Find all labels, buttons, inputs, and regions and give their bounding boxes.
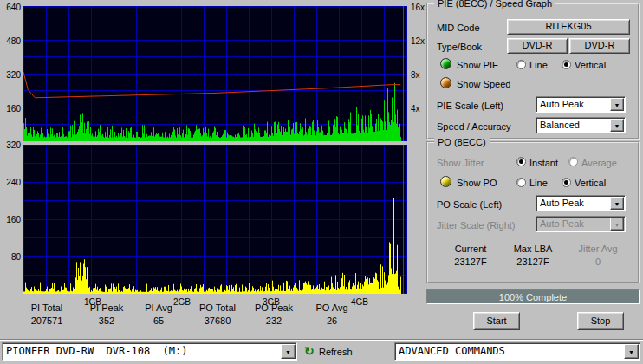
chevron-down-icon[interactable]: ▼	[610, 119, 624, 132]
chevron-down-icon[interactable]: ▼	[610, 197, 624, 210]
stat-label: PI Peak	[90, 302, 124, 313]
chevron-down-icon[interactable]: ▼	[624, 344, 639, 359]
max-lba-label: Max LBA	[503, 244, 563, 254]
po-vertical-radio[interactable]	[562, 178, 571, 187]
drive-select-value: PIONEER DVD-RW DVR-108 (M:)	[6, 345, 188, 357]
stat-pi-peak: PI Peak 352	[82, 302, 131, 326]
pie-group-title: PIE (8ECC) / Speed Graph	[434, 0, 555, 9]
stat-po-avg: PO Avg 26	[308, 302, 356, 326]
stat-label: PI Avg	[145, 302, 172, 313]
speed-ytick: 8x	[411, 70, 420, 80]
refresh-label: Refresh	[319, 347, 353, 357]
po-scale-combo[interactable]: Auto Peak ▼	[536, 195, 626, 211]
stat-po-peak: PO Peak 232	[250, 302, 298, 326]
stat-value: 352	[82, 315, 131, 326]
stat-label: PO Peak	[255, 302, 293, 313]
jitter-instant-radio[interactable]	[516, 157, 526, 166]
stop-button[interactable]: Stop	[577, 312, 624, 330]
mid-code-value: RITEKG05	[507, 19, 630, 35]
show-speed-label: Show Speed	[457, 79, 510, 89]
jitter-avg-value: 0	[565, 257, 631, 267]
pie-graph-canvas	[23, 6, 407, 141]
chevron-down-icon[interactable]: ▼	[281, 344, 296, 359]
speed-ytick: 12x	[411, 36, 425, 46]
pie-scale-value: Auto Peak	[540, 99, 584, 109]
po-scale-label: PO Scale (Left)	[437, 199, 502, 210]
speed-accuracy-combo[interactable]: Balanced ▼	[536, 117, 626, 133]
advanced-commands-value: ADVANCED COMMANDS	[399, 345, 505, 357]
mid-code-label: MID Code	[437, 23, 480, 33]
jitter-avg-label: Jitter Avg	[565, 244, 631, 254]
po-ytick: 240	[0, 178, 21, 187]
refresh-control[interactable]: ↻ Refresh	[304, 344, 365, 360]
stat-value: 207571	[23, 315, 71, 326]
po-vertical-label: Vertical	[575, 178, 606, 188]
bottom-divider	[0, 339, 643, 341]
pie-ytick: 160	[0, 104, 21, 114]
pie-vertical-radio[interactable]	[562, 60, 571, 69]
po-line-label: Line	[529, 178, 548, 188]
current-label: Current	[440, 244, 501, 254]
type-book-label: Type/Book	[437, 42, 482, 52]
stat-value: 65	[134, 315, 183, 326]
drive-select-combo[interactable]: PIONEER DVD-RW DVR-108 (M:) ▼	[2, 342, 297, 361]
speed-ytick: 4x	[411, 104, 420, 114]
stat-po-total: PO Total 37680	[193, 302, 242, 326]
pie-ytick: 480	[0, 36, 21, 46]
stat-value: 37680	[193, 315, 242, 326]
jitter-scale-value: Auto Peak	[540, 218, 584, 229]
pie-ytick: 640	[0, 3, 21, 12]
jitter-scale-label: Jitter Scale (Right)	[437, 220, 515, 231]
po-settings-group: PO (8ECC) Show Jitter Instant Average Sh…	[426, 141, 640, 283]
type-book-value-1: DVD-R	[507, 38, 568, 54]
pie-settings-group: PIE (8ECC) / Speed Graph MID Code RITEKG…	[426, 3, 640, 140]
jitter-average-label: Average	[581, 158, 617, 168]
po-ytick: 160	[0, 215, 21, 224]
show-jitter-label: Show Jitter	[437, 158, 484, 168]
speed-accuracy-label: Speed / Accuracy	[437, 121, 511, 132]
show-pie-led-toggle[interactable]	[440, 58, 451, 69]
current-value: 23127F	[440, 257, 501, 267]
refresh-icon: ↻	[304, 345, 315, 357]
progress-text: 100% Complete	[499, 292, 567, 302]
po-line-radio[interactable]	[516, 178, 526, 187]
stat-label: PI Total	[31, 302, 63, 313]
show-speed-led-toggle[interactable]	[440, 77, 451, 88]
chevron-down-icon: ▼	[610, 218, 624, 231]
pie-line-label: Line	[529, 60, 548, 70]
show-pie-label: Show PIE	[457, 60, 498, 70]
start-button[interactable]: Start	[473, 312, 520, 330]
stat-value: 232	[250, 315, 298, 326]
app-window: 640 480 320 160 320 240 160 80 16x 12x 8…	[0, 0, 643, 364]
stat-label: PO Total	[199, 302, 236, 313]
type-book-value-2: DVD-R	[569, 38, 630, 54]
speed-accuracy-value: Balanced	[540, 120, 580, 130]
pie-ytick: 320	[0, 70, 21, 80]
jitter-scale-combo: Auto Peak ▼	[536, 216, 626, 232]
show-po-label: Show PO	[457, 178, 497, 188]
stat-label: PO Avg	[315, 302, 347, 313]
pie-vertical-label: Vertical	[575, 60, 606, 70]
po-ytick: 320	[0, 140, 21, 150]
stat-value: 26	[308, 315, 356, 326]
po-scale-value: Auto Peak	[540, 198, 584, 208]
pie-line-radio[interactable]	[516, 60, 526, 69]
show-po-led-toggle[interactable]	[440, 176, 451, 187]
speed-ytick: 16x	[411, 3, 425, 12]
chevron-down-icon[interactable]: ▼	[610, 98, 624, 111]
max-lba-value: 23127F	[503, 257, 563, 267]
pie-scale-combo[interactable]: Auto Peak ▼	[536, 96, 626, 113]
advanced-commands-combo[interactable]: ADVANCED COMMANDS ▼	[394, 342, 640, 361]
jitter-instant-label: Instant	[529, 158, 558, 168]
po-graph-canvas	[23, 145, 407, 294]
progress-bar: 100% Complete	[426, 289, 640, 304]
progress-fill: 100% Complete	[427, 290, 639, 303]
po-group-title: PO (8ECC)	[434, 137, 490, 147]
po-ytick: 80	[0, 252, 21, 262]
pie-scale-label: PIE Scale (Left)	[437, 101, 503, 111]
stat-pi-avg: PI Avg 65	[134, 302, 183, 326]
stat-pi-total: PI Total 207571	[23, 302, 71, 326]
jitter-average-radio	[568, 157, 578, 166]
